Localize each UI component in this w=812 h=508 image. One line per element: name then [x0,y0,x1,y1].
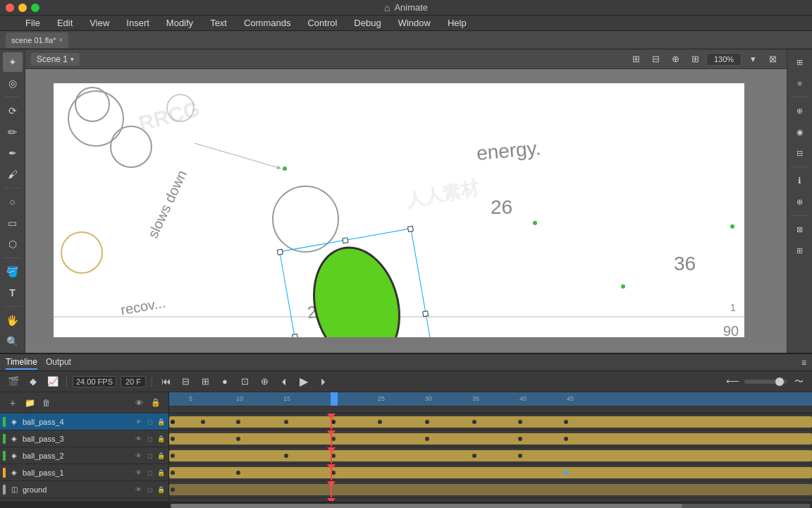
snap-icon[interactable]: ⊕ [667,52,684,67]
layer-outline-1[interactable]: ◻ [144,468,154,478]
layer-outline-g[interactable]: ◻ [144,485,154,495]
menu-control[interactable]: Control [304,18,340,28]
layer-ball-pass-3[interactable]: ◈ ball_pass_3 👁 ◻ 🔒 [0,430,168,447]
right-panel-info[interactable]: ℹ [790,171,810,190]
menu-edit[interactable]: Edit [54,18,75,28]
layer-lock-1[interactable]: 🔒 [156,468,166,478]
timeline-scrollbar[interactable] [0,501,812,508]
layer-visible-4[interactable]: 👁 [133,417,143,427]
paste-icon[interactable]: ⊟ [647,52,664,67]
add-layer-btn[interactable]: + [6,396,20,410]
menu-debug[interactable]: Debug [351,18,383,28]
delete-layer-btn[interactable]: 🗑 [39,396,54,410]
right-panel-btn-2[interactable]: ≡ [790,73,810,93]
layer-lock-4[interactable]: 🔒 [156,417,166,427]
frames-panel[interactable] [169,413,812,501]
tool-paint-bucket[interactable]: 🪣 [3,262,23,282]
fit-screen-icon[interactable]: ⊠ [764,52,781,67]
tc-onion-slider[interactable] [744,380,787,384]
tc-onion-handle[interactable] [775,377,784,386]
playhead-ruler[interactable] [331,392,338,406]
maximize-button[interactable] [31,4,39,12]
menu-file[interactable]: File [23,18,43,28]
layer-visible-3[interactable]: 👁 [133,434,143,444]
layer-visible-g[interactable]: 👁 [133,485,143,495]
menu-help[interactable]: Help [445,18,469,28]
tc-fit-btn[interactable]: ⊕ [257,374,272,389]
tool-zoom[interactable]: 🔍 [3,332,23,351]
frames-scroll-thumb[interactable] [171,504,682,508]
layer-outline-4[interactable]: ◻ [144,417,154,427]
tool-poly[interactable]: ⬡ [3,234,23,254]
tool-oval[interactable]: ○ [3,192,23,212]
tc-loop[interactable]: ⊡ [237,374,252,389]
handle-left-mid[interactable] [292,333,298,337]
tool-rect[interactable]: ▭ [3,213,23,233]
layer-lock-g[interactable]: 🔒 [156,485,166,495]
tc-camera-icon[interactable]: 🎬 [6,374,21,389]
tab-close-icon[interactable]: × [59,36,63,44]
layer-ball-pass-4[interactable]: ◈ ball_pass_4 👁 ◻ 🔒 [0,413,168,430]
handle-top-mid[interactable] [342,237,348,243]
menu-view[interactable]: View [87,18,112,28]
stage[interactable]: slows down recov... energy. 26 36 20 31 … [54,83,744,337]
tc-step-back[interactable]: ⊟ [178,374,193,389]
minimize-button[interactable] [18,4,27,12]
menu-modify[interactable]: Modify [164,18,196,28]
tc-keyframe-icon[interactable]: ◆ [25,374,41,389]
menu-text[interactable]: Text [207,18,230,28]
tool-select[interactable]: ✦ [3,52,23,72]
tool-free-transform[interactable]: ⟳ [3,101,23,121]
tab-output[interactable]: Output [46,356,71,370]
right-panel-btn-9[interactable]: ⊞ [790,241,810,260]
close-button[interactable] [6,4,14,12]
layer-ball-pass-2[interactable]: ◈ ball_pass_2 👁 ◻ 🔒 [0,447,168,464]
timeline-menu-icon[interactable]: ≡ [801,358,806,368]
tool-hand[interactable]: 🖐 [3,310,23,330]
layer-lock-3[interactable]: 🔒 [156,434,166,444]
layer-visible-1[interactable]: 👁 [133,468,143,478]
menu-insert[interactable]: Insert [123,18,152,28]
layer-visibility-col[interactable]: 👁 [132,396,146,410]
tc-step-fwd[interactable]: ⊞ [197,374,213,389]
menu-window[interactable]: Window [395,18,433,28]
tab-scene01[interactable]: scene 01.fla* × [6,32,68,48]
scene-button[interactable]: Scene 1 ▾ [31,53,80,66]
edit-multiple-icon[interactable]: ⊞ [627,52,644,67]
tc-next-frame[interactable]: ⏵ [316,374,331,389]
layer-lock-2[interactable]: 🔒 [156,451,166,461]
tc-record[interactable]: ● [217,374,233,389]
right-panel-btn-5[interactable]: ⊟ [790,143,810,163]
frames-scroll-track[interactable] [171,504,811,508]
tc-prev-frame[interactable]: ⏴ [276,374,292,389]
green-ball[interactable] [300,236,413,337]
align-icon[interactable]: ⊞ [687,52,703,67]
right-panel-btn-4[interactable]: ◉ [790,122,810,142]
right-panel-btn-3[interactable]: ⊕ [790,101,810,121]
zoom-dropdown-icon[interactable]: ▾ [744,52,761,67]
tool-text[interactable]: T [3,283,23,303]
handle-top-right[interactable] [407,226,414,232]
handle-top-left[interactable] [277,249,283,255]
tc-onion-back[interactable]: ⟵ [725,374,740,389]
menu-commands[interactable]: Commands [241,18,293,28]
tc-prev-keyframe[interactable]: ⏮ [158,374,173,389]
layer-reference[interactable]: ◫ reference 👁 ◻ 🔒 [0,498,168,501]
right-panel-grid[interactable]: ⊠ [790,219,810,239]
tool-pen[interactable]: ✏ [3,122,23,142]
layer-outline-2[interactable]: ◻ [144,451,154,461]
zoom-input[interactable]: 130% [706,53,742,66]
right-panel-btn-1[interactable]: ⊞ [790,52,810,72]
tool-brush[interactable]: 🖌 [3,164,23,184]
layer-ground[interactable]: ◫ ground 👁 ◻ 🔒 [0,481,168,498]
tab-timeline[interactable]: Timeline [6,356,37,370]
tc-easing-icon[interactable]: 〜 [791,374,806,389]
tool-subselect[interactable]: ◎ [3,73,23,93]
layer-lock-col[interactable]: 🔒 [149,396,163,410]
layer-outline-3[interactable]: ◻ [144,434,154,444]
tc-play[interactable]: ▶ [296,374,312,389]
layer-visible-2[interactable]: 👁 [133,451,143,461]
add-folder-btn[interactable]: 📁 [23,396,37,410]
layer-ball-pass-1[interactable]: ◈ ball_pass_1 👁 ◻ 🔒 [0,464,168,481]
tool-pencil[interactable]: ✒ [3,143,23,163]
